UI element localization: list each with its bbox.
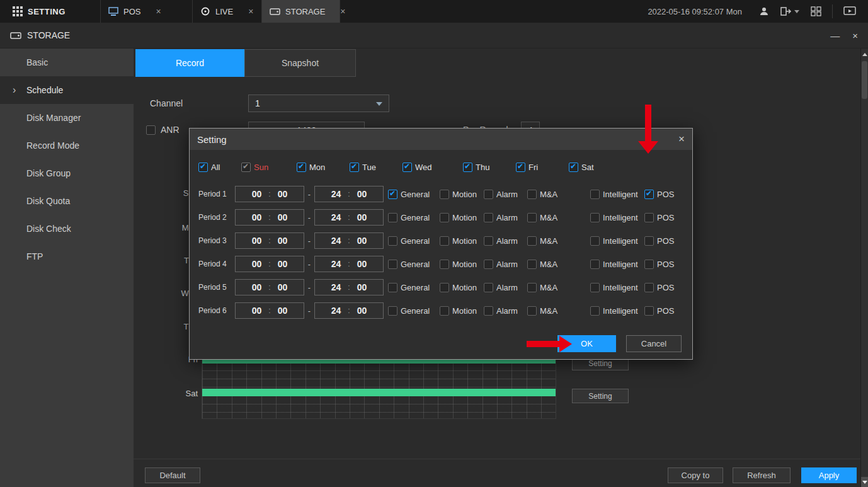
cancel-button[interactable]: Cancel	[626, 335, 682, 352]
tab-live[interactable]: LIVE ×	[193, 0, 262, 23]
tab-record[interactable]: Record	[135, 49, 244, 77]
tue-checkbox[interactable]	[350, 163, 359, 172]
sat-checkbox[interactable]	[569, 163, 578, 172]
sidebar-item-record-mode[interactable]: Record Mode	[0, 132, 134, 159]
motion-checkbox[interactable]	[440, 306, 449, 316]
tab-setting[interactable]: SETTING	[0, 0, 101, 23]
motion-label: Motion	[452, 206, 477, 229]
tab-pos[interactable]: POS ×	[101, 0, 193, 23]
motion-checkbox[interactable]	[440, 213, 449, 222]
intelligent-checkbox[interactable]	[590, 260, 600, 269]
intelligent-checkbox[interactable]	[590, 213, 600, 222]
alarm-checkbox[interactable]	[484, 213, 493, 222]
ma-checkbox[interactable]	[527, 236, 537, 246]
general-checkbox[interactable]	[388, 306, 397, 316]
motion-label: Motion	[452, 253, 477, 276]
alarm-checkbox[interactable]	[484, 283, 493, 292]
sidebar-item-disk-check[interactable]: Disk Check	[0, 215, 134, 243]
intelligent-checkbox[interactable]	[590, 236, 600, 246]
general-checkbox[interactable]	[388, 283, 397, 292]
pos-checkbox[interactable]	[644, 236, 654, 246]
pos-checkbox[interactable]	[644, 213, 654, 222]
channel-select[interactable]: 1	[248, 95, 389, 112]
alarm-checkbox[interactable]	[484, 236, 493, 246]
period-start-time-input[interactable]: 00:00	[235, 279, 304, 295]
alarm-checkbox[interactable]	[484, 190, 493, 199]
sidebar-item-basic[interactable]: Basic	[0, 49, 134, 76]
pos-checkbox[interactable]	[644, 306, 654, 316]
motion-checkbox[interactable]	[440, 260, 449, 269]
ma-checkbox[interactable]	[527, 213, 537, 222]
general-checkbox[interactable]	[388, 190, 397, 199]
anr-checkbox[interactable]	[146, 125, 156, 135]
tab-storage-close-icon[interactable]: ×	[340, 7, 345, 16]
pos-checkbox[interactable]	[644, 283, 654, 292]
period-start-time-input[interactable]: 00:00	[235, 232, 304, 249]
scrollbar-thumb[interactable]	[862, 61, 867, 99]
thu-checkbox[interactable]	[463, 163, 472, 172]
storage-icon	[10, 31, 21, 40]
sidebar-item-disk-manager[interactable]: Disk Manager	[0, 104, 134, 132]
tue-label: Tue	[362, 160, 376, 175]
tab-live-close-icon[interactable]: ×	[248, 7, 253, 16]
period-start-time-input[interactable]: 00:00	[235, 186, 304, 202]
dropdown-caret-icon	[794, 10, 799, 13]
wed-checkbox[interactable]	[403, 163, 412, 172]
all-checkbox[interactable]	[198, 163, 208, 172]
period-start-time-input[interactable]: 00:00	[235, 302, 304, 319]
logout-icon[interactable]	[780, 6, 799, 16]
period-start-time-input[interactable]: 00:00	[235, 256, 304, 272]
intelligent-checkbox[interactable]	[590, 283, 600, 292]
user-icon[interactable]	[759, 6, 769, 16]
alarm-checkbox[interactable]	[484, 306, 493, 316]
sidebar-item-schedule[interactable]: › Schedule	[0, 76, 134, 104]
general-checkbox[interactable]	[388, 213, 397, 222]
close-button[interactable]: ×	[852, 30, 858, 41]
fri-checkbox[interactable]	[516, 163, 525, 172]
period-end-time-input[interactable]: 24:00	[314, 232, 384, 249]
scrollbar-up-icon[interactable]	[862, 53, 867, 56]
display-output-icon[interactable]	[843, 6, 856, 16]
pos-checkbox[interactable]	[644, 260, 654, 269]
period-end-time-input[interactable]: 24:00	[314, 302, 384, 319]
ma-checkbox[interactable]	[527, 283, 537, 292]
alarm-checkbox[interactable]	[484, 260, 493, 269]
vertical-scrollbar[interactable]	[860, 49, 868, 487]
minimize-button[interactable]: —	[830, 30, 840, 41]
period-start-time-input[interactable]: 00:00	[235, 209, 304, 226]
tab-pos-close-icon[interactable]: ×	[156, 7, 161, 16]
setting-button-sat[interactable]: Setting	[572, 389, 629, 403]
motion-checkbox[interactable]	[440, 283, 449, 292]
ma-checkbox[interactable]	[527, 190, 537, 199]
pos-checkbox[interactable]	[644, 190, 654, 199]
period-end-time-input[interactable]: 24:00	[314, 279, 384, 295]
motion-checkbox[interactable]	[440, 236, 449, 246]
scrollbar-down-button[interactable]	[861, 477, 868, 487]
intelligent-checkbox[interactable]	[590, 306, 600, 316]
copy-to-button[interactable]: Copy to	[668, 467, 723, 483]
refresh-button[interactable]: Refresh	[733, 467, 791, 483]
motion-checkbox[interactable]	[440, 190, 449, 199]
ma-checkbox[interactable]	[527, 306, 537, 316]
general-checkbox[interactable]	[388, 236, 397, 246]
general-checkbox[interactable]	[388, 260, 397, 269]
multi-screen-icon[interactable]	[811, 6, 821, 16]
period-row: Period 2 00:00 - 24:00 General Motion Al…	[190, 206, 692, 229]
application-window: SETTING POS × LIVE × STORAGE ×	[0, 0, 868, 487]
sidebar-item-disk-quota[interactable]: Disk Quota	[0, 187, 134, 215]
ma-checkbox[interactable]	[527, 260, 537, 269]
tab-storage[interactable]: STORAGE ×	[262, 0, 340, 23]
period-end-time-input[interactable]: 24:00	[314, 186, 384, 202]
dialog-close-icon[interactable]: ×	[678, 133, 685, 146]
sidebar-item-disk-group[interactable]: Disk Group	[0, 159, 134, 187]
default-button[interactable]: Default	[145, 467, 200, 483]
general-label: General	[401, 206, 430, 229]
mon-checkbox[interactable]	[297, 163, 306, 172]
period-end-time-input[interactable]: 24:00	[314, 256, 384, 272]
sun-checkbox[interactable]	[241, 163, 251, 172]
sidebar-item-ftp[interactable]: FTP	[0, 243, 134, 270]
tab-snapshot[interactable]: Snapshot	[244, 49, 356, 77]
intelligent-checkbox[interactable]	[590, 190, 600, 199]
apply-button[interactable]: Apply	[801, 467, 857, 483]
period-end-time-input[interactable]: 24:00	[314, 209, 384, 226]
